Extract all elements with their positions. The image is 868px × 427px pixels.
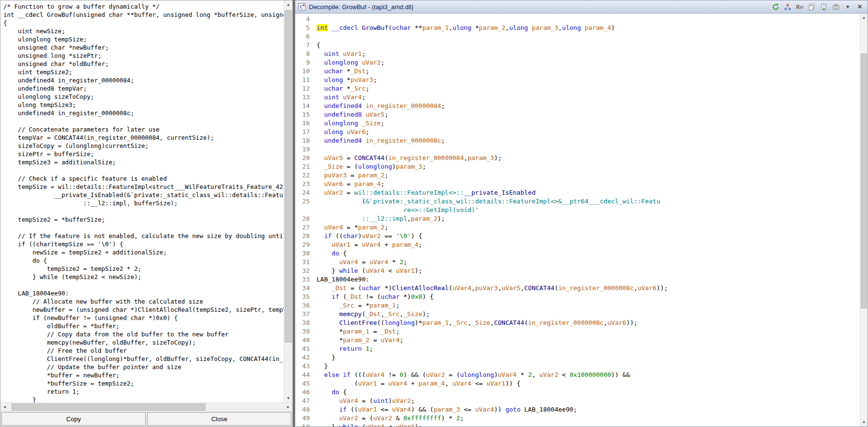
code-line[interactable]: 25 (&`private:_static_class_wil::details… — [295, 197, 860, 206]
decompiler-titlebar[interactable]: C Decompile: GrowBuf - (tapi3_amd.dll) — [295, 0, 868, 13]
code-text[interactable]: undefined4 in_register_00000084; — [317, 102, 445, 109]
code-text[interactable]: if (_Dst != (uchar *)0x0) { — [317, 293, 434, 300]
code-text[interactable]: undefined4 in_register_0000008c; — [317, 137, 445, 144]
copy-button[interactable]: Copy — [1, 412, 146, 426]
code-line[interactable]: 42 } — [295, 353, 860, 362]
code-text[interactable]: uchar *_Dst; — [317, 67, 370, 75]
code-line[interactable]: 4 — [295, 15, 860, 24]
scroll-down-arrow[interactable]: ▼ — [860, 418, 868, 427]
code-line[interactable]: 18 undefined4 in_register_0000008c; — [295, 136, 860, 145]
code-line[interactable]: 6 — [295, 32, 860, 41]
code-line[interactable]: 31 uVar4 = uVar4 * 2; — [295, 258, 860, 267]
code-text[interactable]: undefined8 uVar5; — [317, 111, 388, 118]
code-line[interactable]: re<>::GetImpl(void)' — [295, 206, 860, 214]
export-icon[interactable] — [820, 3, 827, 11]
close-button[interactable]: Close — [147, 412, 291, 426]
code-line[interactable]: 29 uVar1 = uVar4 + param_4; — [295, 240, 860, 249]
code-text[interactable]: ulong uVar6; — [317, 128, 370, 135]
code-text[interactable]: *param_1 = _Dst; — [317, 328, 400, 335]
code-text[interactable]: (&`private:_static_class_wil::details::F… — [317, 198, 660, 205]
code-line[interactable]: 50 } while (uVar4 < uVar1); — [295, 423, 860, 427]
code-line[interactable]: 41 return 1; — [295, 345, 860, 353]
graph-icon[interactable] — [784, 3, 791, 11]
decompiler-vscroll-track[interactable] — [860, 22, 868, 418]
code-text[interactable]: uVar4 = uVar4 * 2; — [317, 258, 407, 266]
code-line[interactable]: 28 if ((char)uVar2 == '\0') { — [295, 232, 860, 240]
left-vscroll-track[interactable] — [284, 9, 292, 394]
snapshot-icon[interactable] — [832, 3, 840, 11]
code-line[interactable]: 49 uVar2 = (uVar2 & 0xffffffff) * 2; — [295, 414, 860, 423]
refresh-icon[interactable] — [772, 3, 779, 11]
code-line[interactable]: 5int __cdecl GrowBuf(uchar **param_1,ulo… — [295, 24, 860, 32]
code-line[interactable]: 37 memcpy(_Dst,_Src,_Size); — [295, 310, 860, 319]
code-text[interactable]: return 1; — [317, 345, 373, 352]
left-vscroll-thumb[interactable] — [285, 10, 292, 343]
code-line[interactable]: 23 uVar6 = param_4; — [295, 180, 860, 188]
scroll-up-arrow[interactable]: ▲ — [284, 0, 292, 9]
ro-toolbar-label[interactable]: Ro — [796, 3, 803, 11]
code-text[interactable]: uVar5 = CONCAT44(in_register_00000084,pa… — [317, 154, 502, 161]
code-line[interactable]: 13 uint uVar4; — [295, 93, 860, 102]
code-line[interactable]: 20 uVar5 = CONCAT44(in_register_00000084… — [295, 154, 860, 162]
code-line[interactable]: 15 undefined8 uVar5; — [295, 110, 860, 119]
scroll-right-arrow[interactable]: ► — [284, 403, 292, 411]
code-text[interactable]: uVar1 = uVar4 + param_4; — [317, 241, 422, 248]
code-text[interactable]: do { — [317, 388, 347, 396]
panel-close-icon[interactable]: ✕ — [856, 3, 864, 11]
commented-source-text[interactable]: /* Function to grow a buffer dynamically… — [0, 0, 284, 402]
code-text[interactable]: } while (uVar4 < uVar1); — [317, 267, 422, 274]
code-line[interactable]: 16 ulonglong _Size; — [295, 119, 860, 128]
code-line[interactable]: 36 _Src = *param_1; — [295, 301, 860, 310]
code-line[interactable]: 21 _Size = (ulonglong)param_3; — [295, 162, 860, 171]
decompiled-code[interactable]: 45int __cdecl GrowBuf(uchar **param_1,ul… — [295, 13, 860, 427]
decompiler-vscroll-thumb[interactable] — [861, 53, 867, 308]
code-text[interactable]: uchar *_Src; — [317, 85, 370, 92]
code-line[interactable]: 45 (uVar1 = uVar4 + param_4, uVar4 <= uV… — [295, 379, 860, 388]
code-text[interactable]: { — [317, 41, 320, 49]
code-text[interactable]: _Dst = (uchar *)ClientAllocReal(uVar4,pu… — [317, 284, 668, 292]
code-text[interactable]: ClientFree((longlong)*param_1,_Src,_Size… — [317, 319, 637, 326]
code-line[interactable]: 24 uVar2 = wil::details::FeatureImpl<>::… — [295, 188, 860, 197]
code-line[interactable]: 47 uVar4 = (uint)uVar2; — [295, 397, 860, 405]
code-text[interactable]: uVar2 = wil::details::FeatureImpl<>::__p… — [317, 189, 536, 196]
code-line[interactable]: 11 ulong *puVar3; — [295, 76, 860, 84]
code-line[interactable]: 22 puVar3 = param_2; — [295, 171, 860, 180]
code-line[interactable]: 26 ::__l2::impl,param_2); — [295, 214, 860, 223]
code-line[interactable]: 38 ClientFree((longlong)*param_1,_Src,_S… — [295, 319, 860, 327]
code-line[interactable]: 48 if ((uVar1 <= uVar4) && (param_3 <= u… — [295, 405, 860, 414]
code-text[interactable]: _Size = (ulonglong)param_3; — [317, 163, 426, 170]
left-hscroll-thumb[interactable] — [12, 403, 206, 411]
left-hscroll-track[interactable] — [9, 403, 284, 411]
code-text[interactable]: uint uVar1; — [317, 50, 366, 57]
code-line[interactable]: 43 } — [295, 362, 860, 371]
code-text[interactable]: uVar4 = *param_2; — [317, 224, 388, 231]
code-text[interactable]: } — [317, 362, 328, 370]
code-line[interactable]: 34 _Dst = (uchar *)ClientAllocReal(uVar4… — [295, 284, 860, 293]
code-text[interactable]: *param_2 = uVar4; — [317, 336, 403, 344]
code-text[interactable]: } while (uVar4 < uVar1); — [317, 423, 422, 427]
code-line[interactable]: 46 do { — [295, 388, 860, 397]
code-text[interactable]: uVar6 = param_4; — [317, 180, 385, 187]
scroll-left-arrow[interactable]: ◄ — [0, 403, 9, 411]
code-text[interactable]: int __cdecl GrowBuf(uchar **param_1,ulon… — [317, 24, 615, 31]
code-text[interactable]: uVar4 = (uint)uVar2; — [317, 397, 415, 404]
code-line[interactable]: 7{ — [295, 41, 860, 50]
code-line[interactable]: 40 *param_2 = uVar4; — [295, 336, 860, 345]
code-text[interactable]: memcpy(_Dst,_Src,_Size); — [317, 310, 430, 318]
left-horizontal-scrollbar[interactable]: ◄ ► — [0, 402, 292, 411]
code-text[interactable]: _Src = *param_1; — [317, 302, 400, 309]
code-text[interactable]: ::__l2::impl,param_2); — [317, 215, 445, 222]
code-text[interactable]: if ((char)uVar2 == '\0') { — [317, 232, 422, 240]
code-line[interactable]: 8 uint uVar1; — [295, 50, 860, 58]
code-text[interactable]: re<>::GetImpl(void)' — [317, 206, 479, 214]
code-text[interactable]: (uVar1 = uVar4 + param_4, uVar4 <= uVar1… — [317, 380, 521, 387]
code-text[interactable]: LAB_18004ee90: — [317, 276, 370, 283]
code-line[interactable]: 35 if (_Dst != (uchar *)0x0) { — [295, 293, 860, 301]
code-line[interactable]: 9 ulonglong uVar2; — [295, 58, 860, 67]
left-vertical-scrollbar[interactable]: ▲ ▼ — [284, 0, 292, 402]
menu-dropdown-icon[interactable]: ▾ — [844, 3, 852, 11]
code-line[interactable]: 30 do { — [295, 249, 860, 258]
code-line[interactable]: 12 uchar *_Src; — [295, 84, 860, 93]
code-line[interactable]: 44 else if (((uVar4 != 0) && (uVar2 = (u… — [295, 371, 860, 379]
code-text[interactable]: ulonglong uVar2; — [317, 59, 385, 66]
